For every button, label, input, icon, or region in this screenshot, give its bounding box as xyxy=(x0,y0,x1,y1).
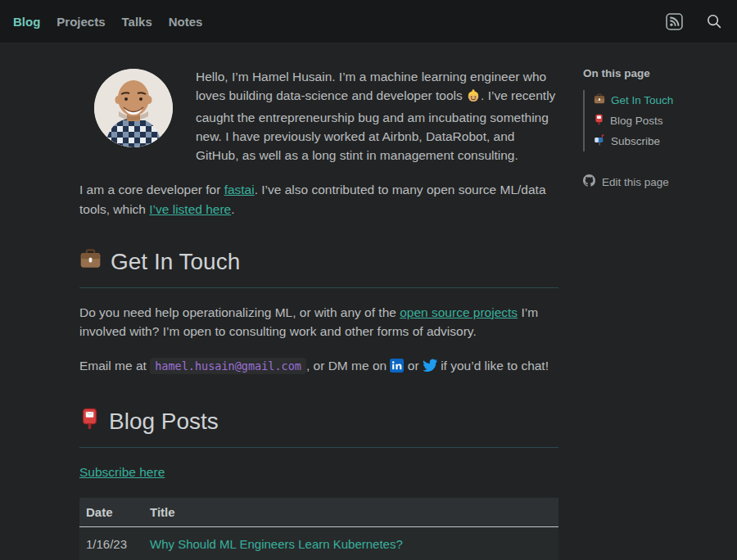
table-row: 1/16/23 Why Should ML Engineers Learn Ku… xyxy=(79,526,558,560)
toc-title: On this page xyxy=(583,67,730,79)
post-title-link[interactable]: Why Should ML Engineers Learn Kubernetes… xyxy=(150,537,403,551)
open-source-projects-link[interactable]: open source projects xyxy=(400,305,518,319)
navbar: Blog Projects Talks Notes xyxy=(0,0,737,43)
search-icon[interactable] xyxy=(706,13,722,29)
toc-list: Get In Touch Blog Posts Subscribe xyxy=(583,90,730,151)
post-date: 1/16/23 xyxy=(79,526,143,560)
fastai-link[interactable]: fastai xyxy=(224,183,255,196)
linkedin-icon[interactable] xyxy=(390,359,404,377)
consulting-text-1: Do you need help operationalizing ML, or… xyxy=(79,305,400,319)
blog-posts-title: Blog Posts xyxy=(109,409,219,435)
get-in-touch-title: Get In Touch xyxy=(111,249,240,275)
nav-item-notes[interactable]: Notes xyxy=(169,15,203,29)
email-text-3: or xyxy=(404,359,422,373)
toc-item-label: Subscribe xyxy=(611,135,660,147)
intro-block: Hello, I’m Hamel Husain. I’m a machine l… xyxy=(79,67,558,165)
edit-this-page[interactable]: Edit this page xyxy=(583,174,730,189)
column-header-date: Date xyxy=(79,498,143,527)
blog-posts-heading: Blog Posts xyxy=(79,408,558,448)
postbox-icon xyxy=(79,408,100,436)
toc-sidebar: On this page Get In Touch Blog Posts Sub… xyxy=(583,67,730,560)
email-address[interactable]: hamel.husain@gmail.com xyxy=(150,358,306,374)
toc-item-subscribe[interactable]: Subscribe xyxy=(585,131,730,151)
construction-worker-emoji xyxy=(466,88,481,107)
email-paragraph: Email me at hamel.husain@gmail.com, or D… xyxy=(79,356,558,377)
email-text-1: Email me at xyxy=(79,359,150,373)
core-dev-text-3: . xyxy=(231,202,234,216)
column-header-title: Title xyxy=(143,498,558,527)
nav-item-blog[interactable]: Blog xyxy=(13,15,40,29)
toc-item-label: Get In Touch xyxy=(611,94,673,106)
nav-item-projects[interactable]: Projects xyxy=(57,15,105,29)
twitter-icon[interactable] xyxy=(423,358,437,377)
get-in-touch-heading: Get In Touch xyxy=(79,248,558,288)
core-dev-paragraph: I am a core developer for fastai. I’ve a… xyxy=(79,180,558,219)
table-header-row: Date Title xyxy=(79,498,558,527)
blog-posts-table: Date Title 1/16/23 Why Should ML Enginee… xyxy=(79,498,558,560)
briefcase-icon xyxy=(79,248,102,276)
mailbox-icon xyxy=(594,134,605,148)
postbox-icon xyxy=(594,114,604,128)
avatar xyxy=(94,69,173,147)
edit-this-page-label: Edit this page xyxy=(602,176,669,188)
nav-item-talks[interactable]: Talks xyxy=(122,15,152,29)
subscribe-paragraph: Subscribe here xyxy=(79,463,558,481)
consulting-paragraph: Do you need help operationalizing ML, or… xyxy=(79,303,558,341)
github-icon xyxy=(583,174,595,189)
core-dev-text-1: I am a core developer for xyxy=(79,183,224,196)
briefcase-icon xyxy=(594,93,605,107)
main-content: Hello, I’m Hamel Husain. I’m a machine l… xyxy=(79,67,558,560)
nav-items: Blog Projects Talks Notes xyxy=(13,15,202,29)
listed-here-link[interactable]: I’ve listed here xyxy=(149,202,231,216)
toc-item-label: Blog Posts xyxy=(610,115,663,127)
subscribe-here-link[interactable]: Subscribe here xyxy=(79,465,165,479)
rss-icon[interactable] xyxy=(666,13,683,30)
toc-item-get-in-touch[interactable]: Get In Touch xyxy=(585,90,730,111)
email-text-2: , or DM me on xyxy=(306,359,391,373)
email-text-4: if you’d like to chat! xyxy=(437,359,549,373)
toc-item-blog-posts[interactable]: Blog Posts xyxy=(585,111,730,131)
